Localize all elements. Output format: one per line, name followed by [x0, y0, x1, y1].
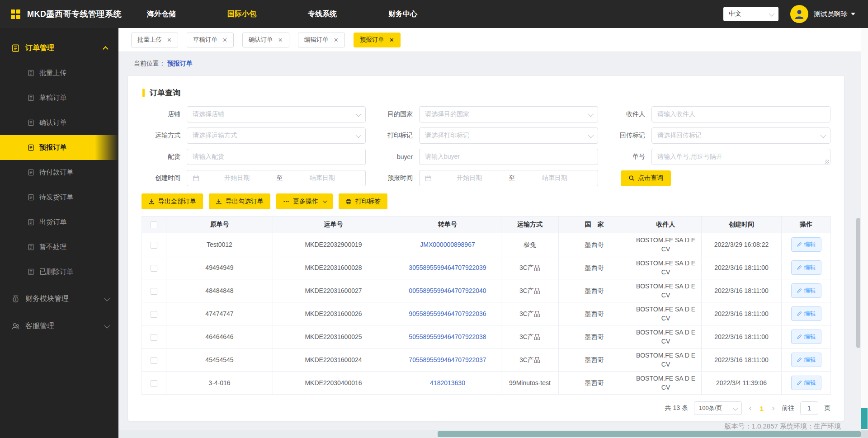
horizontal-scrollbar-thumb[interactable] [438, 431, 861, 437]
edit-button[interactable]: 编辑 [791, 260, 821, 275]
tab-edit-order[interactable]: 编辑订单 ✕ [298, 33, 345, 47]
cell-receiver: BOSTOM.FE SA D E CV [630, 256, 702, 279]
button-label: 导出全部订单 [158, 198, 196, 206]
print-mark-select[interactable]: 请选择打印标记 [419, 127, 598, 144]
close-icon[interactable]: ✕ [278, 37, 283, 43]
row-checkbox[interactable] [151, 311, 157, 318]
create-time-label: 创建时间 [142, 174, 187, 182]
receiver-input[interactable]: 请输入收件人 [651, 106, 830, 122]
vertical-scrollbar-track[interactable] [861, 28, 868, 430]
goto-page-input[interactable]: 1 [800, 401, 818, 415]
horizontal-scrollbar-track[interactable] [118, 430, 861, 438]
search-button[interactable]: 点击查询 [621, 170, 671, 186]
edit-button[interactable]: 编辑 [791, 376, 821, 390]
close-icon[interactable]: ✕ [222, 37, 227, 43]
user-menu[interactable]: 测试员啊珍 [814, 10, 855, 19]
language-select[interactable]: 中文 [723, 7, 778, 21]
close-icon[interactable]: ✕ [167, 37, 172, 43]
row-checkbox[interactable] [151, 288, 157, 295]
row-checkbox[interactable] [151, 334, 157, 341]
avatar[interactable] [790, 5, 808, 23]
tab-draft-orders[interactable]: 草稿订单 ✕ [187, 33, 234, 47]
dest-country-select[interactable]: 请选择目的国家 [419, 106, 598, 122]
cell-shipping: 3C产品 [501, 302, 559, 325]
sidebar-item-deleted-orders[interactable]: 已删除订单 [0, 259, 118, 284]
edit-button[interactable]: 编辑 [791, 306, 821, 321]
close-icon[interactable]: ✕ [389, 37, 394, 43]
sidebar-group-customer-service[interactable]: 客服管理 [0, 313, 118, 339]
page-size-select[interactable]: 100条/页 [694, 401, 742, 415]
sidebar-item-shipped-orders[interactable]: 出货订单 [0, 210, 118, 235]
sidebar-item-pending-shipment-orders[interactable]: 待发货订单 [0, 185, 118, 210]
cell-shipping: 3C产品 [501, 325, 559, 349]
nav-item-international-parcel[interactable]: 国际小包 [227, 9, 256, 19]
more-actions-button[interactable]: 更多操作 [276, 193, 333, 209]
nav-item-finance-center[interactable]: 财务中心 [388, 9, 417, 19]
allocation-input[interactable]: 请输入配货 [187, 149, 366, 165]
sidebar-item-on-hold[interactable]: 暂不处理 [0, 235, 118, 259]
order-no-label: 单号 [606, 153, 651, 161]
forecast-time-range-picker[interactable]: 开始日期 至 结束日期 [419, 170, 598, 186]
app-launcher-icon[interactable] [11, 9, 20, 19]
pagination: 共 13 条 100条/页 ‹ 1 › 前往 1 页 [142, 401, 830, 415]
buyer-input[interactable]: 请输入buyer [419, 149, 598, 165]
tab-label: 预报订单 [360, 36, 384, 44]
inner-scrollbar-thumb[interactable] [856, 218, 860, 348]
edit-button[interactable]: 编辑 [791, 330, 821, 344]
tab-forecast-orders[interactable]: 预报订单 ✕ [354, 33, 401, 47]
nav-item-overseas-warehouse[interactable]: 海外仓储 [147, 9, 176, 19]
tab-batch-upload[interactable]: 批量上传 ✕ [131, 33, 178, 47]
sidebar-item-draft-orders[interactable]: 草稿订单 [0, 85, 118, 110]
pencil-icon [797, 288, 802, 293]
create-time-range-picker[interactable]: 开始日期 至 结束日期 [187, 170, 366, 186]
export-all-button[interactable]: 导出全部订单 [142, 193, 203, 209]
money-bag-icon: $ [11, 295, 20, 303]
col-tracking-no: 运单号 [273, 217, 394, 233]
close-icon[interactable]: ✕ [334, 37, 339, 43]
sidebar-item-batch-upload[interactable]: 批量上传 [0, 61, 118, 85]
prev-page-button[interactable]: ‹ [748, 404, 753, 413]
sidebar-group-finance-module[interactable]: $ 财务模块管理 [0, 286, 118, 311]
sidebar: 订单管理 批量上传 草稿订单 确认订单 预报订单 待付款订单 待发货订单 出货订… [0, 28, 118, 438]
cell-original-no: 45454545 [166, 349, 273, 372]
transfer-no-link[interactable]: 3055895599464707922039 [409, 264, 486, 271]
transfer-no-link[interactable]: 4182013630 [430, 379, 465, 386]
chevron-down-icon [104, 295, 110, 301]
row-checkbox[interactable] [151, 380, 157, 387]
row-checkbox[interactable] [151, 357, 157, 364]
document-icon [28, 70, 34, 76]
select-all-checkbox[interactable] [151, 221, 157, 228]
row-checkbox[interactable] [151, 242, 157, 249]
end-date-placeholder: 结束日期 [285, 174, 360, 182]
nav-item-dedicated-line[interactable]: 专线系统 [308, 9, 337, 19]
sidebar-group-order-management[interactable]: 订单管理 [0, 35, 118, 61]
document-icon [28, 144, 34, 151]
export-checked-button[interactable]: 导出勾选订单 [209, 193, 270, 209]
transfer-no-link[interactable]: 0055895599464707922040 [409, 287, 486, 294]
section-title-bar [142, 89, 145, 97]
transfer-no-link[interactable]: 7055895599464707922037 [409, 356, 486, 363]
sidebar-item-forecast-orders[interactable]: 预报订单 [0, 135, 118, 160]
sidebar-item-confirmed-orders[interactable]: 确认订单 [0, 110, 118, 135]
order-no-textarea[interactable]: 请输入单号,用逗号隔开 [651, 149, 830, 165]
transfer-no-link[interactable]: 5055895599464707922038 [409, 333, 486, 340]
edit-button[interactable]: 编辑 [791, 237, 821, 252]
placeholder: 请选择目的国家 [425, 110, 585, 118]
tab-confirmed-orders[interactable]: 确认订单 ✕ [242, 33, 289, 47]
row-checkbox[interactable] [151, 265, 157, 272]
edit-button[interactable]: 编辑 [791, 353, 821, 367]
caret-down-icon [851, 13, 855, 15]
cell-country: 墨西哥 [559, 325, 630, 349]
shipping-select[interactable]: 请选择运输方式 [187, 127, 366, 144]
edit-button[interactable]: 编辑 [791, 283, 821, 298]
current-page[interactable]: 1 [759, 405, 765, 412]
next-page-button[interactable]: › [771, 404, 776, 413]
print-label-button[interactable]: 打印标签 [339, 193, 387, 209]
transfer-no-link[interactable]: 9055895599464707922036 [409, 310, 486, 317]
sidebar-item-pending-payment-orders[interactable]: 待付款订单 [0, 160, 118, 185]
return-mark-select[interactable]: 请选择回传标记 [651, 127, 830, 144]
shop-select[interactable]: 请选择店铺 [187, 106, 366, 122]
document-icon [28, 169, 34, 176]
vertical-scrollbar-thumb[interactable] [861, 408, 868, 429]
transfer-no-link[interactable]: JMX000000898967 [420, 241, 475, 248]
